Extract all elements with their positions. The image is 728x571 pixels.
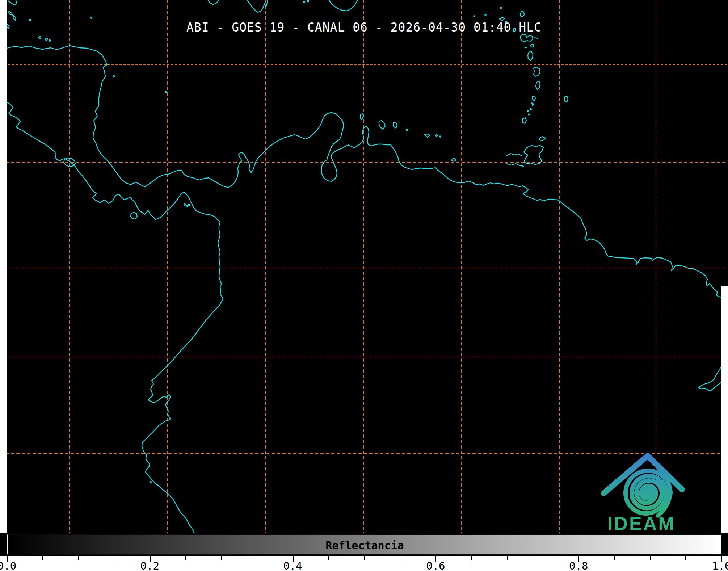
colorbar-tick <box>614 556 615 560</box>
colorbar-tick <box>650 556 651 560</box>
satellite-image-viewer: ABI - GOES 19 - CANAL 06 - 2026-04-30 01… <box>0 0 728 571</box>
colorbar-tick <box>221 556 222 560</box>
colorbar-tick-label: 0.0 <box>0 560 16 571</box>
image-title: ABI - GOES 19 - CANAL 06 - 2026-04-30 01… <box>0 20 728 34</box>
colorbar-axis: 0.00.20.40.60.81.0 <box>0 556 728 571</box>
colorbar-label: Reflectancia <box>8 539 721 552</box>
colorbar-tick <box>471 556 472 560</box>
colorbar-tick <box>400 556 400 560</box>
colorbar-tick-label: 0.6 <box>426 560 445 571</box>
colorbar-tick <box>328 556 329 560</box>
colorbar-tick-label: 0.2 <box>140 560 159 571</box>
colorbar-tick <box>257 556 257 560</box>
colorbar-tick-label: 0.8 <box>569 560 588 571</box>
colorbar-tick <box>114 556 114 560</box>
colorbar-tick <box>185 556 186 560</box>
colorbar-tick <box>78 556 79 560</box>
colorbar-tick <box>543 556 543 560</box>
colorbar-tick <box>685 556 686 560</box>
left-limb-strip <box>0 0 7 533</box>
logo-text: IDEAM <box>607 513 698 534</box>
colorbar-tick-label: 1.0 <box>712 560 728 571</box>
colorbar-tick-label: 0.4 <box>283 560 302 571</box>
colorbar-tick <box>507 556 508 560</box>
colorbar-tick <box>42 556 43 560</box>
ideam-logo: IDEAM <box>594 449 710 534</box>
right-limb-strip <box>721 286 728 533</box>
colorbar: Reflectancia <box>7 534 721 555</box>
colorbar-tick <box>364 556 365 560</box>
